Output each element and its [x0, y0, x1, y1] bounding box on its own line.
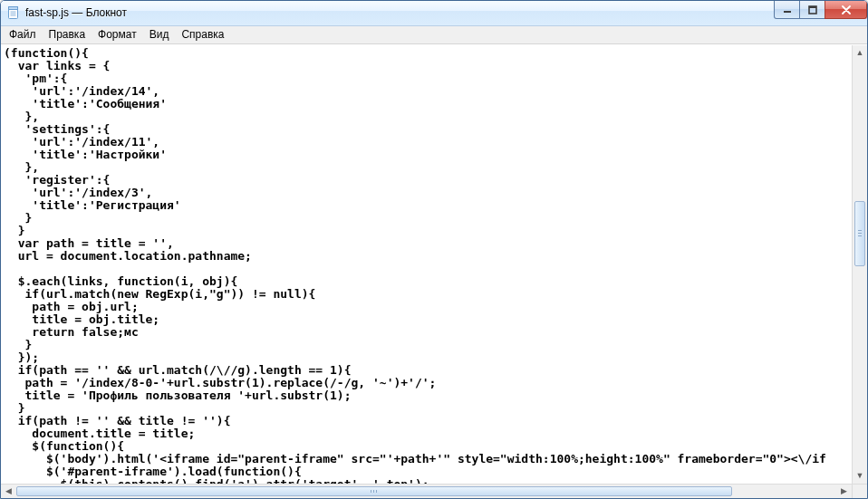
scroll-right-button[interactable]: ▶ — [836, 485, 852, 498]
menu-view[interactable]: Вид — [143, 26, 176, 43]
menu-file[interactable]: Файл — [3, 26, 43, 43]
title-bar[interactable]: fast-sp.js — Блокнот — [1, 1, 867, 26]
scroll-left-button[interactable]: ◀ — [1, 485, 16, 498]
menu-format[interactable]: Формат — [92, 26, 143, 43]
window-title: fast-sp.js — Блокнот — [25, 6, 127, 19]
maximize-button[interactable] — [799, 1, 825, 19]
text-area[interactable]: (function(){ var links = { 'pm':{ 'url':… — [1, 45, 852, 484]
svg-rect-1 — [9, 7, 18, 10]
menu-bar: Файл Правка Формат Вид Справка — [1, 26, 867, 44]
horizontal-scroll-track[interactable] — [16, 485, 836, 498]
app-window: fast-sp.js — Блокнот Файл Правка Формат … — [0, 0, 868, 499]
vertical-scroll-thumb[interactable] — [854, 201, 865, 266]
scroll-up-button[interactable]: ▲ — [853, 45, 867, 61]
chevron-left-icon: ◀ — [5, 487, 12, 495]
notepad-icon — [6, 5, 21, 20]
window-controls — [775, 1, 867, 19]
chevron-up-icon: ▲ — [856, 49, 864, 57]
client-area: (function(){ var links = { 'pm':{ 'url':… — [1, 44, 867, 484]
minimize-button[interactable] — [774, 1, 800, 19]
chevron-down-icon: ▼ — [856, 472, 864, 480]
menu-help[interactable]: Справка — [175, 26, 230, 43]
vertical-scroll-track[interactable] — [853, 61, 867, 468]
scroll-corner — [852, 485, 867, 498]
svg-rect-5 — [784, 11, 791, 13]
scroll-down-button[interactable]: ▼ — [853, 468, 867, 484]
close-button[interactable] — [825, 1, 867, 19]
chevron-right-icon: ▶ — [841, 487, 847, 495]
horizontal-scroll-thumb[interactable] — [16, 486, 732, 496]
document-text[interactable]: (function(){ var links = { 'pm':{ 'url':… — [1, 45, 852, 484]
menu-edit[interactable]: Правка — [43, 26, 92, 43]
horizontal-scrollbar[interactable]: ◀ ▶ — [1, 484, 867, 498]
vertical-scrollbar[interactable]: ▲ ▼ — [852, 45, 867, 484]
svg-rect-7 — [809, 6, 816, 8]
